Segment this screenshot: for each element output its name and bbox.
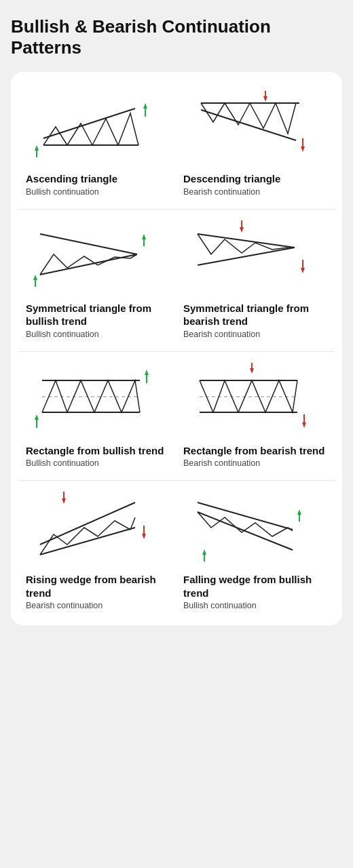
svg-marker-37 xyxy=(302,422,306,428)
ascending-triangle-subtitle: Bullish continuation xyxy=(26,187,170,197)
pattern-cell-descending: Descending triangle Bearish continuation xyxy=(176,83,334,206)
svg-line-1 xyxy=(43,108,135,138)
descending-triangle-svg xyxy=(183,90,327,164)
svg-marker-35 xyxy=(250,368,254,374)
svg-marker-15 xyxy=(33,275,37,280)
svg-marker-11 xyxy=(301,146,305,152)
falling-wedge-subtitle: Bullish continuation xyxy=(183,601,327,610)
rect-bearish-subtitle: Bearish continuation xyxy=(183,458,327,468)
rect-bullish-subtitle: Bullish continuation xyxy=(26,458,170,468)
svg-marker-9 xyxy=(263,96,267,102)
svg-line-19 xyxy=(198,234,295,248)
svg-marker-49 xyxy=(297,509,301,515)
pattern-cell-rect-bearish: Rectangle from bearish trend Bearish con… xyxy=(176,355,334,478)
pattern-cell-falling-wedge: Falling wedge from bullish trend Bullish… xyxy=(176,484,334,620)
rect-bearish-title: Rectangle from bearish trend xyxy=(183,444,327,458)
page-title: Bullish & Bearish Continuation Patterns xyxy=(11,16,342,58)
svg-line-12 xyxy=(40,234,137,254)
descending-triangle-title: Descending triangle xyxy=(183,172,327,186)
svg-line-7 xyxy=(201,110,296,140)
falling-wedge-svg xyxy=(183,490,327,565)
svg-marker-17 xyxy=(142,234,146,239)
svg-marker-41 xyxy=(62,498,66,504)
pattern-cell-ascending: Ascending triangle Bullish continuation xyxy=(19,83,176,206)
ascending-triangle-title: Ascending triangle xyxy=(26,172,170,186)
pattern-cell-rising-wedge: Rising wedge from bearish trend Bearish … xyxy=(19,484,176,620)
svg-line-38 xyxy=(40,502,135,545)
svg-marker-43 xyxy=(142,534,146,539)
pattern-cell-sym-bearish: Symmetrical triangle from bearish trend … xyxy=(176,212,334,349)
pattern-cell-sym-bullish: Symmetrical triangle from bullish trend … xyxy=(19,212,176,349)
rising-wedge-title: Rising wedge from bearish trend xyxy=(26,573,170,599)
svg-marker-21 xyxy=(240,227,244,233)
svg-marker-3 xyxy=(35,145,39,151)
pattern-cell-rect-bullish: Rectangle from bullish trend Bullish con… xyxy=(19,355,176,478)
sym-bullish-svg xyxy=(26,219,170,294)
sym-bearish-subtitle: Bearish continuation xyxy=(183,330,327,339)
svg-marker-30 xyxy=(145,370,149,375)
rect-bullish-svg xyxy=(26,361,170,436)
svg-marker-5 xyxy=(143,103,147,108)
falling-wedge-title: Falling wedge from bullish trend xyxy=(183,573,327,599)
rising-wedge-subtitle: Bearish continuation xyxy=(26,601,170,610)
patterns-card: Ascending triangle Bullish continuation xyxy=(11,72,342,625)
svg-line-44 xyxy=(198,502,293,530)
svg-marker-28 xyxy=(35,414,39,420)
sym-bearish-title: Symmetrical triangle from bearish trend xyxy=(183,302,327,328)
ascending-triangle-svg xyxy=(26,90,170,164)
svg-marker-23 xyxy=(301,268,305,273)
descending-triangle-subtitle: Bearish continuation xyxy=(183,187,327,197)
sym-bullish-title: Symmetrical triangle from bullish trend xyxy=(26,302,170,328)
sym-bearish-svg xyxy=(183,219,327,294)
svg-marker-47 xyxy=(202,549,206,555)
patterns-grid: Ascending triangle Bullish continuation xyxy=(19,83,334,620)
svg-line-39 xyxy=(40,528,135,555)
sym-bullish-subtitle: Bullish continuation xyxy=(26,330,170,339)
rect-bullish-title: Rectangle from bullish trend xyxy=(26,444,170,458)
rising-wedge-svg xyxy=(26,490,170,565)
rect-bearish-svg xyxy=(183,361,327,436)
svg-line-45 xyxy=(198,512,293,550)
